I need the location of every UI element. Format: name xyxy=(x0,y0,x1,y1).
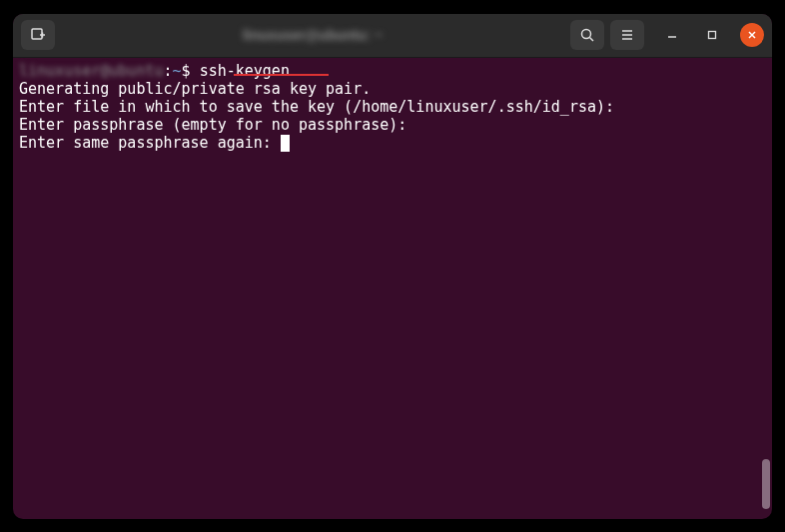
new-tab-icon xyxy=(30,27,46,43)
output-text: Enter same passphrase again: xyxy=(19,134,281,152)
command-text: ssh-keygen xyxy=(200,62,290,80)
search-icon xyxy=(579,27,595,43)
new-tab-button[interactable] xyxy=(21,20,55,50)
output-line: Enter passphrase (empty for no passphras… xyxy=(19,116,766,134)
close-button[interactable] xyxy=(740,23,764,47)
window-title: linuxuser@ubuntu: ~ xyxy=(61,27,564,43)
maximize-icon xyxy=(707,30,717,40)
menu-button[interactable] xyxy=(610,20,644,50)
close-icon xyxy=(747,30,757,40)
prompt-symbol: $ xyxy=(182,62,200,80)
terminal-body[interactable]: linuxuser@ubuntu:~$ ssh-keygen Generatin… xyxy=(13,58,772,519)
svg-line-4 xyxy=(590,38,594,42)
svg-point-3 xyxy=(582,30,591,39)
titlebar: linuxuser@ubuntu: ~ xyxy=(13,14,772,58)
prompt-line: linuxuser@ubuntu:~$ ssh-keygen xyxy=(19,62,766,80)
prompt-user: linuxuser@ubuntu xyxy=(19,62,164,80)
scrollbar[interactable] xyxy=(762,459,770,509)
output-line: Enter file in which to save the key (/ho… xyxy=(19,98,766,116)
prompt-sep: : xyxy=(164,62,173,80)
cursor xyxy=(281,135,290,152)
hamburger-icon xyxy=(619,27,635,43)
svg-rect-9 xyxy=(709,32,716,39)
maximize-button[interactable] xyxy=(700,23,724,47)
prompt-path: ~ xyxy=(173,62,182,80)
minimize-button[interactable] xyxy=(660,23,684,47)
output-line: Generating public/private rsa key pair. xyxy=(19,80,766,98)
minimize-icon xyxy=(667,30,677,40)
terminal-window: linuxuser@ubuntu: ~ xyxy=(13,14,772,519)
output-line: Enter same passphrase again: xyxy=(19,134,766,152)
svg-rect-0 xyxy=(32,29,42,39)
search-button[interactable] xyxy=(570,20,604,50)
command-highlight xyxy=(234,74,329,76)
